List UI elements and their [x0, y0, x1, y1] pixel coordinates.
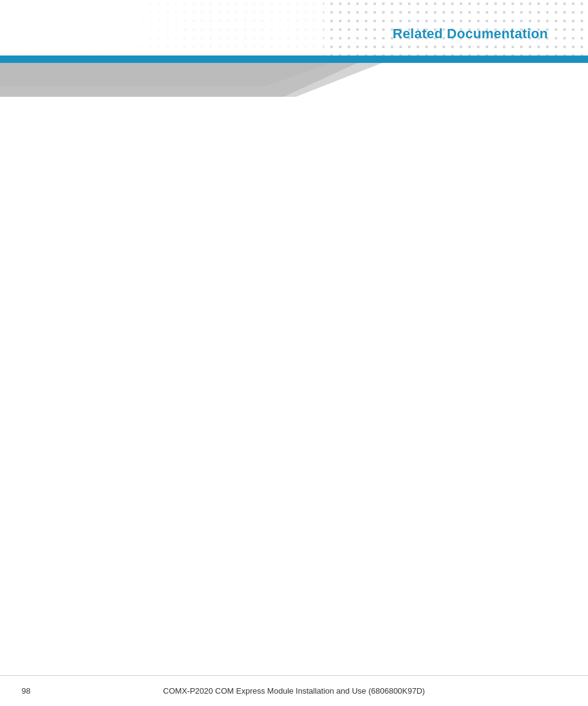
svg-rect-3	[0, 0, 353, 55]
footer-document-title: COMX-P2020 COM Express Module Installati…	[163, 686, 425, 696]
related-documentation-title: Related Documentation	[393, 26, 548, 42]
footer: 98 COMX-P2020 COM Express Module Install…	[0, 675, 588, 706]
diagonal-decoration	[0, 63, 588, 97]
teal-accent-bar	[0, 55, 588, 63]
footer-page-number: 98	[22, 686, 30, 696]
header-area: Related Documentation	[0, 0, 588, 55]
main-content-area	[0, 97, 588, 675]
